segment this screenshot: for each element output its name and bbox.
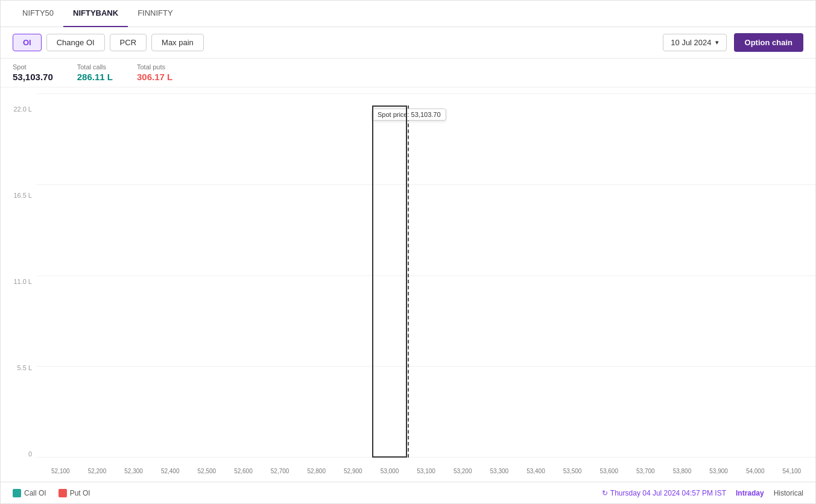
toolbar: OI Change OI PCR Max pain 10 Jul 2024 ▾ … bbox=[1, 27, 815, 58]
footer-timestamp: ↻ Thursday 04 Jul 2024 04:57 PM IST bbox=[602, 489, 726, 497]
spot-stat: Spot 53,103.70 bbox=[13, 63, 53, 82]
y-label-4: 22.0 L bbox=[5, 106, 32, 113]
chart-inner: 22.0 L 16.5 L 11.0 L 5.5 L 0 bbox=[1, 93, 815, 482]
total-calls-value: 286.11 L bbox=[77, 72, 113, 82]
date-selector[interactable]: 10 Jul 2024 ▾ bbox=[663, 34, 726, 51]
bar-group-53300 bbox=[482, 106, 517, 458]
x-label-53300: 53,300 bbox=[482, 468, 517, 474]
tab-nifty50[interactable]: NIFTY50 bbox=[13, 1, 63, 27]
top-navigation: NIFTY50 NIFTYBANK FINNIFTY bbox=[1, 1, 815, 27]
max-pain-button[interactable]: Max pain bbox=[151, 34, 204, 51]
legend: Call OI Put OI bbox=[13, 489, 90, 497]
put-oi-label: Put OI bbox=[70, 489, 90, 497]
y-label-2: 11.0 L bbox=[5, 278, 32, 285]
x-label-53800: 53,800 bbox=[665, 468, 700, 474]
bar-group-52500 bbox=[189, 106, 225, 458]
x-label-52500: 52,500 bbox=[189, 468, 225, 474]
bar-group-52800 bbox=[299, 106, 334, 458]
bar-group-52300 bbox=[116, 106, 151, 458]
legend-call-oi: Call OI bbox=[13, 489, 46, 497]
y-axis: 22.0 L 16.5 L 11.0 L 5.5 L 0 bbox=[1, 93, 37, 458]
x-label-53100: 53,100 bbox=[408, 468, 444, 474]
pcr-button[interactable]: PCR bbox=[110, 34, 147, 51]
footer-right: ↻ Thursday 04 Jul 2024 04:57 PM IST Intr… bbox=[602, 489, 803, 497]
refresh-icon: ↻ bbox=[602, 489, 608, 497]
bar-group-52400 bbox=[153, 106, 188, 458]
bar-group-53500 bbox=[555, 106, 590, 458]
oi-button[interactable]: OI bbox=[13, 34, 42, 51]
timestamp-label: Thursday 04 Jul 2024 04:57 PM IST bbox=[610, 489, 726, 497]
stats-row: Spot 53,103.70 Total calls 286.11 L Tota… bbox=[1, 58, 815, 87]
x-label-53700: 53,700 bbox=[628, 468, 663, 474]
x-labels: 52,10052,20052,30052,40052,50052,60052,7… bbox=[43, 468, 809, 474]
date-label: 10 Jul 2024 bbox=[671, 38, 711, 47]
bar-group-54000 bbox=[738, 106, 773, 458]
historical-button[interactable]: Historical bbox=[774, 489, 803, 497]
bar-group-52200 bbox=[80, 106, 115, 458]
x-label-53900: 53,900 bbox=[701, 468, 736, 474]
total-calls-stat: Total calls 286.11 L bbox=[77, 63, 113, 82]
x-label-52400: 52,400 bbox=[153, 468, 188, 474]
bar-group-52700 bbox=[262, 106, 298, 458]
bar-group-53400 bbox=[518, 106, 554, 458]
x-label-52200: 52,200 bbox=[80, 468, 115, 474]
x-label-53400: 53,400 bbox=[518, 468, 554, 474]
intraday-button[interactable]: Intraday bbox=[736, 489, 764, 497]
x-label-54100: 54,100 bbox=[774, 468, 810, 474]
x-label-53200: 53,200 bbox=[445, 468, 481, 474]
x-label-53000: 53,000 bbox=[372, 468, 408, 474]
x-label-52700: 52,700 bbox=[262, 468, 298, 474]
bar-group-53700 bbox=[628, 106, 663, 458]
bar-group-53200 bbox=[445, 106, 481, 458]
change-oi-button[interactable]: Change OI bbox=[46, 34, 105, 51]
call-oi-label: Call OI bbox=[24, 489, 46, 497]
bar-group-53900 bbox=[701, 106, 736, 458]
bar-group-53600 bbox=[591, 106, 627, 458]
x-axis: 52,10052,20052,30052,40052,50052,60052,7… bbox=[37, 460, 815, 482]
bar-group-54100 bbox=[774, 106, 810, 458]
tab-niftybank[interactable]: NIFTYBANK bbox=[63, 1, 128, 27]
total-puts-stat: Total puts 306.17 L bbox=[137, 63, 172, 82]
x-label-54000: 54,000 bbox=[738, 468, 773, 474]
y-label-1: 5.5 L bbox=[5, 364, 32, 371]
x-label-52300: 52,300 bbox=[116, 468, 151, 474]
spot-value: 53,103.70 bbox=[13, 72, 53, 82]
bar-group-52600 bbox=[226, 106, 261, 458]
chart-body: Spot price: 53,103.70 bbox=[37, 93, 815, 458]
x-label-52800: 52,800 bbox=[299, 468, 334, 474]
spot-label: Spot bbox=[13, 63, 53, 71]
legend-put-oi: Put OI bbox=[59, 489, 90, 497]
put-oi-color bbox=[59, 489, 67, 497]
x-label-52900: 52,900 bbox=[335, 468, 371, 474]
y-label-3: 16.5 L bbox=[5, 192, 32, 199]
bar-group-52900 bbox=[335, 106, 371, 458]
tab-finnifty[interactable]: FINNIFTY bbox=[128, 1, 183, 27]
bar-group-53100 bbox=[408, 106, 444, 458]
bar-group-53000 bbox=[372, 106, 408, 458]
y-label-0: 0 bbox=[5, 450, 32, 458]
x-label-52600: 52,600 bbox=[226, 468, 261, 474]
total-puts-value: 306.17 L bbox=[137, 72, 172, 82]
x-label-52100: 52,100 bbox=[43, 468, 78, 474]
x-label-53500: 53,500 bbox=[555, 468, 590, 474]
option-chain-button[interactable]: Option chain bbox=[734, 33, 803, 52]
x-label-53600: 53,600 bbox=[591, 468, 627, 474]
bars-container bbox=[37, 93, 815, 458]
call-oi-color bbox=[13, 489, 21, 497]
total-calls-label: Total calls bbox=[77, 63, 113, 71]
chevron-down-icon: ▾ bbox=[715, 39, 719, 46]
chart-area: 22.0 L 16.5 L 11.0 L 5.5 L 0 bbox=[1, 87, 815, 482]
bar-group-53800 bbox=[665, 106, 700, 458]
footer: Call OI Put OI ↻ Thursday 04 Jul 2024 04… bbox=[1, 482, 815, 503]
bar-group-52100 bbox=[43, 106, 78, 458]
total-puts-label: Total puts bbox=[137, 63, 172, 71]
